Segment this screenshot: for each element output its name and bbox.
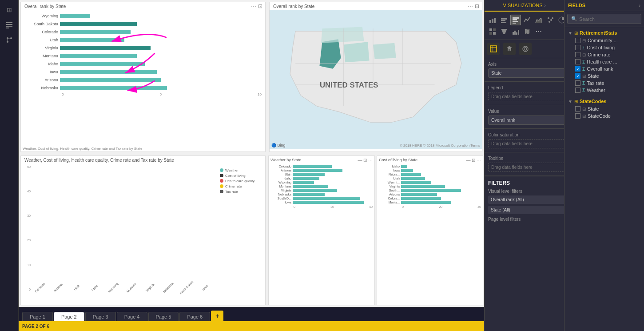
svg-rect-24 (513, 19, 517, 20)
field-checkbox[interactable]: ✓ (575, 73, 580, 79)
legend-item: Health care quality (220, 179, 262, 183)
map-chart-expand[interactable]: ⊡ (475, 3, 479, 9)
viz-expand-arrow[interactable]: › (545, 3, 546, 8)
cost-chart-controls[interactable]: — ⊡ ⋯ (466, 158, 481, 163)
viz-bar[interactable] (499, 15, 509, 25)
cost-bar-row: Wyomi... (379, 181, 481, 184)
viz-horiz-bar[interactable] (510, 15, 521, 25)
fields-panel-arrow[interactable]: › (639, 3, 640, 8)
field-label: Community ... (588, 38, 618, 43)
field-item[interactable]: ✓ Σ Overall rank (568, 65, 640, 72)
status-bar: PAGE 2 OF 6 (19, 321, 484, 331)
model-icon[interactable] (3, 34, 16, 46)
hbar-label: Wyoming (24, 14, 60, 18)
field-item[interactable]: Σ Cost of living (568, 44, 640, 51)
fields-search-input[interactable] (579, 16, 640, 22)
field-checkbox[interactable] (575, 80, 580, 86)
svg-point-28 (550, 19, 552, 21)
cost-bar-row: Idaho (379, 165, 481, 168)
weather-bar-container (293, 165, 373, 168)
field-label: Crime rate (588, 52, 610, 57)
field-checkbox[interactable] (575, 59, 580, 64)
field-item[interactable]: Σ Tax rate (568, 80, 640, 87)
bing-logo: 🔵 Bing (271, 143, 286, 148)
hbar-fill (60, 86, 167, 90)
field-group: ▼ ⊞ RetirementStats ⊟ Community ... Σ Co… (564, 27, 644, 96)
weather-chart-controls[interactable]: — ⊡ ⋯ (358, 158, 373, 163)
field-checkbox[interactable] (575, 106, 580, 112)
weather-bar-row: South D... (270, 197, 373, 200)
field-item[interactable]: Σ Health care ... (568, 58, 640, 65)
field-checkbox[interactable] (575, 45, 580, 50)
viz-format-ctrl[interactable] (503, 43, 516, 55)
field-item[interactable]: ⊟ Crime rate (568, 51, 640, 58)
page-tab[interactable]: Page 1 (22, 312, 53, 321)
svg-rect-0 (6, 22, 12, 23)
viz-stacked-bar[interactable] (487, 15, 498, 25)
add-page-tab[interactable]: + (211, 311, 223, 321)
viz-analytics-ctrl[interactable] (519, 43, 532, 55)
map-chart-menu[interactable]: ⋯ (468, 3, 473, 9)
viz-matrix[interactable] (487, 26, 498, 37)
field-item[interactable]: ⊟ Community ... (568, 37, 640, 44)
bottom-right-charts: Weather by State — ⊡ ⋯ Colorado Arizona … (267, 154, 484, 307)
data-icon[interactable] (3, 19, 16, 31)
field-item[interactable]: ⊟ StateCode (568, 112, 640, 120)
weather-bar-row: Arizona (270, 169, 373, 172)
field-group-header[interactable]: ▼ ⊞ RetirementStats (568, 29, 640, 37)
hbar-label: Utah (24, 38, 60, 42)
page-tab[interactable]: Page 5 (148, 312, 179, 321)
hbar-row: Colorado (24, 28, 262, 36)
hbar-fill (60, 70, 157, 74)
hbar-container (60, 45, 262, 51)
cost-chart-title: Cost of living by State — ⊡ ⋯ (379, 158, 481, 163)
svg-marker-51 (501, 29, 507, 34)
chart-expand-icon[interactable]: ⊡ (258, 3, 262, 9)
visualizations-tab[interactable]: VISUALIZATIONS › (485, 0, 564, 12)
field-checkbox[interactable] (575, 88, 580, 93)
page-tab[interactable]: Page 4 (117, 312, 147, 321)
field-checkbox[interactable] (575, 38, 580, 43)
chart-menu-icon[interactable]: ⋯ (251, 3, 256, 9)
svg-rect-48 (493, 28, 496, 31)
fields-search-area: 🔍 (564, 11, 644, 27)
viz-fields-ctrl[interactable] (487, 43, 500, 55)
field-item[interactable]: ✓ ⊟ State (568, 72, 640, 80)
cost-bar-fill (401, 165, 407, 168)
weather-bar-container (293, 201, 373, 204)
weather-bar-label: Iowa (270, 201, 293, 204)
field-group-header[interactable]: ▼ ⊞ StateCodes (568, 97, 640, 105)
viz-map-filled[interactable] (522, 26, 533, 37)
field-type-icon: Σ (582, 81, 585, 86)
field-item[interactable]: ⊟ State (568, 105, 640, 112)
map-chart: ⋯ ⊡ Overall rank by State (269, 2, 482, 152)
hbar-container (60, 69, 262, 75)
page-tab[interactable]: Page 3 (85, 312, 116, 321)
svg-rect-61 (509, 49, 510, 51)
viz-scatter[interactable] (545, 15, 556, 25)
grouped-bar-chart: Weather, Cost of living, Health care qua… (20, 156, 266, 306)
hbar-fill (60, 30, 131, 34)
page-tab[interactable]: Page 6 (179, 312, 210, 321)
report-icon[interactable]: ⊞ (3, 4, 16, 16)
weather-bar-fill (293, 181, 314, 184)
viz-line[interactable] (522, 15, 533, 25)
weather-bar-label: Virginia (270, 189, 293, 192)
field-checkbox[interactable]: ✓ (575, 66, 580, 72)
weather-bar-label: Montana (270, 185, 293, 188)
page-tab[interactable]: Page 2 (54, 312, 84, 321)
field-type-icon: Σ (582, 88, 585, 93)
viz-more[interactable]: ⋯ (533, 26, 544, 37)
svg-rect-17 (489, 20, 491, 23)
cost-chart: Cost of living by State — ⊡ ⋯ Idaho Iowa… (377, 156, 483, 306)
field-type-icon: Σ (582, 60, 585, 64)
field-checkbox[interactable] (575, 52, 580, 57)
viz-waterfall[interactable] (510, 26, 521, 37)
viz-area[interactable] (533, 15, 544, 25)
hbar-axis: 0510 (24, 92, 262, 96)
field-checkbox[interactable] (575, 113, 580, 119)
field-label: Overall rank (587, 66, 613, 72)
field-item[interactable]: Σ Weather (568, 87, 640, 94)
viz-funnel[interactable] (499, 26, 509, 37)
hbar-row: Virginia (24, 44, 262, 52)
